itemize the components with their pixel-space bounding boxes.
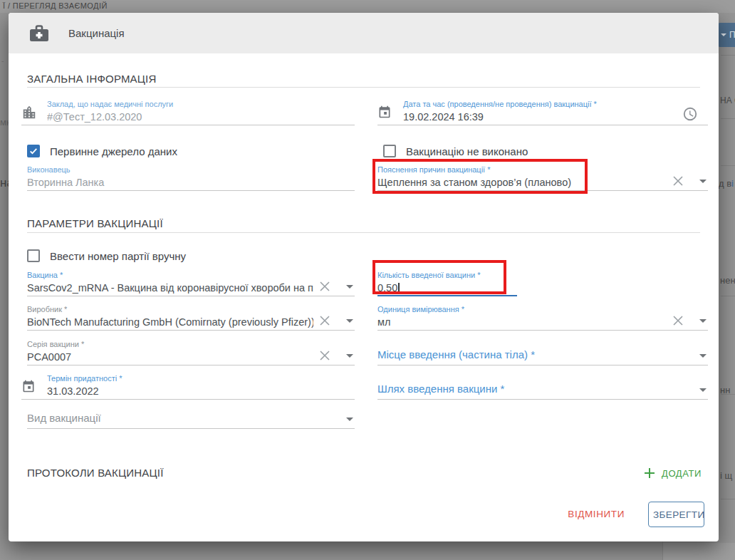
manual-lot-checkbox[interactable] [27, 249, 40, 262]
expiry-label: Термін придатності * [47, 374, 123, 383]
clear-icon[interactable] [318, 313, 332, 328]
manufacturer-value: BioNTech Manufacturing GmbH (Comirnaty (… [27, 316, 313, 328]
manufacturer-label: Виробник * [27, 305, 67, 314]
section-divider [27, 87, 700, 88]
calendar-icon [21, 379, 36, 393]
background-primary-button: П [718, 23, 735, 47]
vaccination-kind-field[interactable]: Вид вакцинації [27, 402, 355, 429]
clear-icon[interactable] [318, 348, 332, 363]
datetime-value: 19.02.2024 16:39 [403, 110, 679, 123]
modal-header: Вакцинація [9, 13, 719, 53]
background-divider [721, 296, 735, 296]
background-panel [663, 543, 735, 560]
clear-icon[interactable] [671, 174, 685, 188]
reason-label: Пояснення причин вакцинації * [377, 165, 491, 175]
primary-source-checkbox-row[interactable]: Первинне джерело даних [27, 144, 177, 158]
add-protocol-label: ДОДАТИ [662, 468, 702, 479]
facility-value: #@Тест_12.03.2020 [47, 110, 355, 123]
primary-source-label: Первинне джерело даних [50, 145, 177, 157]
background-divider [721, 55, 735, 56]
chevron-down-icon[interactable] [699, 319, 707, 323]
background-top-strip [0, 0, 735, 13]
route-label: Шлях введення вакцини * [377, 383, 504, 395]
chevron-down-icon[interactable] [699, 354, 707, 358]
quantity-text: 0.50 [377, 282, 397, 294]
section-title-parameters: ПАРАМЕТРИ ВАКЦИНАЦІЇ [27, 217, 163, 229]
chevron-down-icon [721, 33, 726, 36]
quantity-field[interactable]: Кількість введеної вакцини * 0.50 [377, 269, 517, 296]
background-button-label: П [729, 30, 735, 40]
unit-field[interactable]: Одиниця вимірювання * мл [377, 304, 708, 331]
background-text-fragment: нен [720, 275, 735, 286]
datetime-field[interactable]: Дата та час (проведення/не проведення) в… [377, 98, 708, 125]
breadcrumb: Ї / ПЕРЕГЛЯД ВЗАЄМОДІЙ [3, 1, 108, 10]
manual-lot-checkbox-row[interactable]: Ввести номер партії вручну [27, 249, 186, 263]
facility-field[interactable]: Заклад, що надає медичні послуги #@Тест_… [21, 98, 355, 125]
body-site-field[interactable]: Місце введення (частина тіла) * [377, 338, 708, 365]
check-icon [28, 146, 38, 156]
series-value: PCA0007 [27, 351, 313, 363]
plus-icon [644, 467, 655, 479]
series-label: Серія вакцини * [27, 340, 84, 349]
route-field[interactable]: Шлях введення вакцини * [377, 373, 708, 400]
vaccination-modal: Вакцинація ЗАГАЛЬНА ІНФОРМАЦІЯ Заклад, щ… [9, 13, 719, 541]
facility-label: Заклад, що надає медичні послуги [47, 100, 173, 109]
not-performed-checkbox-row[interactable]: Вакцинацію не виконано [383, 144, 528, 158]
chevron-down-icon[interactable] [346, 285, 353, 289]
chevron-down-icon[interactable] [699, 180, 707, 183]
background-divider [721, 118, 735, 119]
datetime-label: Дата та час (проведення/не проведення) в… [403, 100, 597, 109]
expiry-field[interactable]: Термін придатності * 31.03.2022 [21, 373, 355, 400]
background-link-fragment: і [731, 178, 734, 189]
unit-value: мл [377, 316, 665, 328]
series-field[interactable]: Серія вакцини * PCA0007 [27, 338, 355, 365]
background-text-fragment: і щ [720, 470, 732, 481]
chevron-down-icon[interactable] [346, 319, 353, 323]
manufacturer-field[interactable]: Виробник * BioNTech Manufacturing GmbH (… [27, 304, 355, 331]
save-button[interactable]: ЗБЕРЕГТИ [648, 502, 704, 527]
vaccine-label: Вакцина * [27, 271, 63, 280]
background-divider [721, 499, 735, 499]
quantity-value: 0.50 [377, 281, 517, 294]
background-text-fragment: д ві [719, 178, 734, 189]
cancel-button[interactable]: ВІДМІНИТИ [568, 509, 625, 519]
reason-value: Щеплення за станом здоров’я (планово) [377, 176, 665, 189]
modal-title: Вакцинація [68, 27, 125, 39]
background-divider [721, 394, 735, 395]
primary-source-checkbox[interactable] [27, 145, 40, 157]
performer-value: Вторинна Ланка [27, 176, 355, 189]
background-divider [721, 165, 735, 166]
chevron-down-icon[interactable] [346, 418, 353, 421]
chevron-down-icon[interactable] [699, 388, 707, 392]
unit-label: Одиниця вимірювання * [377, 305, 464, 314]
performer-field[interactable]: Виконавець Вторинна Ланка [27, 164, 355, 191]
calendar-icon [377, 105, 392, 119]
performer-label: Виконавець [27, 165, 71, 175]
building-icon [21, 105, 37, 120]
quantity-label: Кількість введеної вакцини * [377, 271, 481, 280]
clear-icon[interactable] [671, 313, 685, 328]
add-protocol-button[interactable]: ДОДАТИ [644, 467, 702, 479]
text-cursor [398, 283, 400, 294]
expiry-value: 31.03.2022 [47, 385, 355, 398]
clear-icon[interactable] [318, 279, 332, 294]
section-title-protocols: ПРОТОКОЛИ ВАКЦИНАЦІЇ [27, 467, 164, 479]
section-divider [27, 232, 700, 233]
clock-icon[interactable] [682, 106, 698, 122]
section-title-general: ЗАГАЛЬНА ІНФОРМАЦІЯ [27, 73, 157, 85]
not-performed-checkbox[interactable] [383, 145, 396, 157]
background-text-fragment: НА С [720, 95, 735, 105]
vaccine-field[interactable]: Вакцина * SarsCov2_mRNA - Вакцина від ко… [27, 269, 355, 296]
vaccine-value: SarsCov2_mRNA - Вакцина від коронавірусн… [27, 281, 313, 294]
vaccination-kind-label: Вид вакцинації [27, 412, 101, 424]
reason-field[interactable]: Пояснення причин вакцинації * Щеплення з… [377, 164, 708, 191]
background-text: д в [719, 178, 731, 189]
chevron-down-icon[interactable] [346, 354, 353, 358]
body-site-label: Місце введення (частина тіла) * [377, 348, 535, 361]
medical-bag-icon [28, 24, 50, 43]
not-performed-label: Вакцинацію не виконано [406, 145, 528, 157]
manual-lot-label: Ввести номер партії вручну [50, 250, 186, 262]
